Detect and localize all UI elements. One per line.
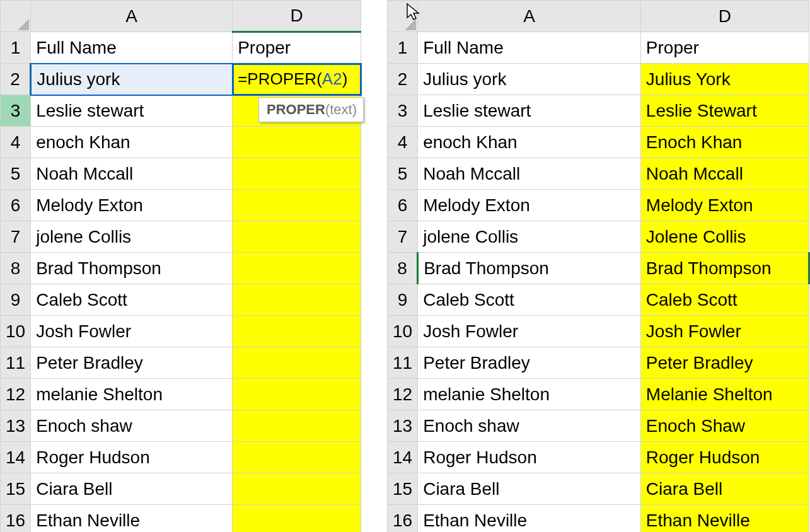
- cell-D8[interactable]: [233, 253, 361, 284]
- cell-A6[interactable]: Melody Exton: [418, 190, 641, 221]
- row-header-6[interactable]: 6: [388, 190, 418, 221]
- cell-D16[interactable]: Ethan Neville: [640, 505, 809, 533]
- cell-A16[interactable]: Ethan Neville: [31, 505, 233, 533]
- cell-D7[interactable]: [233, 221, 361, 253]
- cell-A15[interactable]: Ciara Bell: [31, 473, 233, 505]
- cell-D8[interactable]: Brad Thompson: [640, 253, 809, 284]
- select-all-corner[interactable]: [1, 1, 31, 32]
- cell-A5[interactable]: Noah Mccall: [31, 158, 233, 190]
- cell-D6[interactable]: Melody Exton: [640, 190, 809, 221]
- cell-D9[interactable]: [233, 284, 361, 316]
- row-header-7[interactable]: 7: [1, 221, 31, 253]
- select-all-corner[interactable]: [388, 1, 418, 32]
- cell-A14[interactable]: Roger Hudson: [418, 442, 641, 473]
- cell-D2[interactable]: Julius York: [640, 64, 809, 95]
- cell-D13[interactable]: [233, 410, 361, 442]
- row-header-13[interactable]: 13: [388, 410, 418, 442]
- cell-D3[interactable]: Leslie Stewart: [640, 95, 809, 127]
- cell-A3[interactable]: Leslie stewart: [31, 95, 233, 127]
- cell-D9[interactable]: Caleb Scott: [640, 284, 809, 316]
- row-header-3[interactable]: 3: [1, 95, 31, 127]
- cell-A9[interactable]: Caleb Scott: [31, 284, 233, 316]
- cell-A3[interactable]: Leslie stewart: [418, 95, 641, 127]
- cell-A4[interactable]: enoch Khan: [418, 127, 641, 158]
- column-header-D[interactable]: D: [640, 1, 809, 32]
- cell-A7[interactable]: jolene Collis: [418, 221, 641, 253]
- row-header-6[interactable]: 6: [1, 190, 31, 221]
- cell-A7[interactable]: jolene Collis: [31, 221, 233, 253]
- cell-A14[interactable]: Roger Hudson: [31, 442, 233, 473]
- row-header-1[interactable]: 1: [1, 32, 31, 64]
- cell-A4[interactable]: enoch Khan: [31, 127, 233, 158]
- cell-D15[interactable]: Ciara Bell: [640, 473, 809, 505]
- cell-A1[interactable]: Full Name: [418, 32, 641, 64]
- cell-A10[interactable]: Josh Fowler: [418, 316, 641, 347]
- cell-D13[interactable]: Enoch Shaw: [640, 410, 809, 442]
- row-header-11[interactable]: 11: [388, 347, 418, 379]
- cell-A8[interactable]: Brad Thompson: [31, 253, 233, 284]
- row-header-7[interactable]: 7: [388, 221, 418, 253]
- cell-D10[interactable]: Josh Fowler: [640, 316, 809, 347]
- cell-D6[interactable]: [233, 190, 361, 221]
- row-header-15[interactable]: 15: [388, 473, 418, 505]
- row-header-13[interactable]: 13: [1, 410, 31, 442]
- row-header-14[interactable]: 14: [388, 442, 418, 473]
- cell-A2[interactable]: Julius york: [418, 64, 641, 95]
- row-header-15[interactable]: 15: [1, 473, 31, 505]
- cell-D15[interactable]: [233, 473, 361, 505]
- column-header-D[interactable]: D: [233, 1, 361, 32]
- row-header-1[interactable]: 1: [388, 32, 418, 64]
- cell-A5[interactable]: Noah Mccall: [418, 158, 641, 190]
- cell-A1[interactable]: Full Name: [31, 32, 233, 64]
- cell-A6[interactable]: Melody Exton: [31, 190, 233, 221]
- cell-D7[interactable]: Jolene Collis: [640, 221, 809, 253]
- cell-A8[interactable]: Brad Thompson: [418, 253, 641, 284]
- cell-D5[interactable]: [233, 158, 361, 190]
- cell-D14[interactable]: Roger Hudson: [640, 442, 809, 473]
- cell-A2[interactable]: Julius york: [31, 64, 233, 95]
- row-header-4[interactable]: 4: [1, 127, 31, 158]
- cell-A12[interactable]: melanie Shelton: [418, 379, 641, 410]
- cell-D11[interactable]: Peter Bradley: [640, 347, 809, 379]
- row-header-16[interactable]: 16: [388, 505, 418, 533]
- cell-A10[interactable]: Josh Fowler: [31, 316, 233, 347]
- cell-D12[interactable]: [233, 379, 361, 410]
- row-header-2[interactable]: 2: [388, 64, 418, 95]
- cell-D4[interactable]: [233, 127, 361, 158]
- row-header-9[interactable]: 9: [388, 284, 418, 316]
- cell-A12[interactable]: melanie Shelton: [31, 379, 233, 410]
- cell-D5[interactable]: Noah Mccall: [640, 158, 809, 190]
- row-header-11[interactable]: 11: [1, 347, 31, 379]
- cell-A13[interactable]: Enoch shaw: [418, 410, 641, 442]
- row-header-12[interactable]: 12: [1, 379, 31, 410]
- row-header-8[interactable]: 8: [1, 253, 31, 284]
- column-header-A[interactable]: A: [418, 1, 641, 32]
- cell-D2-formula[interactable]: =PROPER(A2): [233, 64, 361, 95]
- cell-D16[interactable]: [233, 505, 361, 533]
- row-header-10[interactable]: 10: [388, 316, 418, 347]
- row-header-4[interactable]: 4: [388, 127, 418, 158]
- row-header-12[interactable]: 12: [388, 379, 418, 410]
- column-header-A[interactable]: A: [31, 1, 233, 32]
- cell-A15[interactable]: Ciara Bell: [418, 473, 641, 505]
- cell-A9[interactable]: Caleb Scott: [418, 284, 641, 316]
- row-header-9[interactable]: 9: [1, 284, 31, 316]
- cell-A16[interactable]: Ethan Neville: [418, 505, 641, 533]
- cell-D4[interactable]: Enoch Khan: [640, 127, 809, 158]
- cell-A11[interactable]: Peter Bradley: [31, 347, 233, 379]
- cell-A13[interactable]: Enoch shaw: [31, 410, 233, 442]
- row-header-8[interactable]: 8: [388, 253, 418, 284]
- cell-D14[interactable]: [233, 442, 361, 473]
- cell-A11[interactable]: Peter Bradley: [418, 347, 641, 379]
- cell-D12[interactable]: Melanie Shelton: [640, 379, 809, 410]
- row-header-10[interactable]: 10: [1, 316, 31, 347]
- cell-D1[interactable]: Proper: [233, 32, 361, 64]
- cell-D11[interactable]: [233, 347, 361, 379]
- row-header-5[interactable]: 5: [1, 158, 31, 190]
- row-header-3[interactable]: 3: [388, 95, 418, 127]
- cell-D10[interactable]: [233, 316, 361, 347]
- row-header-5[interactable]: 5: [388, 158, 418, 190]
- row-header-2[interactable]: 2: [1, 64, 31, 95]
- cell-D1[interactable]: Proper: [640, 32, 809, 64]
- row-header-16[interactable]: 16: [1, 505, 31, 533]
